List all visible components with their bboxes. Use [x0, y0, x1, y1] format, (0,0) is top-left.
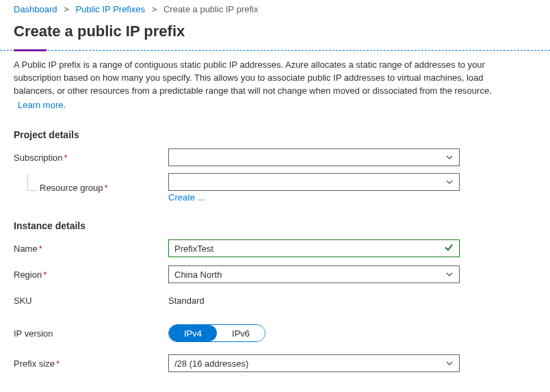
prefix-size-value: /28 (16 addresses): [174, 358, 248, 369]
breadcrumb-public-ip-prefixes[interactable]: Public IP Prefixes: [75, 4, 145, 14]
row-name: Name * PrefixTest: [14, 238, 536, 259]
page-description: A Public IP prefix is a range of contigu…: [14, 59, 520, 112]
tree-connector-icon: [27, 173, 37, 191]
region-select[interactable]: China North: [168, 265, 460, 283]
row-resource-group: Resource group * Create ...: [14, 173, 536, 202]
ip-version-ipv6[interactable]: IPv6: [217, 325, 265, 341]
ip-version-ipv4[interactable]: IPv4: [169, 325, 217, 341]
section-instance-details: Instance details: [14, 220, 536, 231]
required-marker: *: [64, 153, 68, 163]
check-icon: [444, 243, 454, 254]
breadcrumb-current: Create a public IP prefix: [163, 4, 259, 14]
sku-value: Standard: [168, 296, 205, 306]
name-input[interactable]: PrefixTest: [168, 239, 460, 257]
page-title: Create a public IP prefix: [0, 18, 550, 50]
label-name: Name *: [14, 244, 168, 254]
chevron-down-icon: [445, 270, 454, 278]
region-value: China North: [174, 270, 222, 280]
row-sku: SKU Standard: [14, 290, 536, 311]
breadcrumb-sep-icon: >: [64, 4, 69, 14]
active-tab-indicator: [14, 49, 47, 51]
section-project-details: Project details: [14, 129, 536, 140]
subscription-select[interactable]: [168, 148, 460, 166]
required-marker: *: [43, 270, 47, 280]
required-marker: *: [105, 183, 108, 193]
chevron-down-icon: [445, 178, 454, 186]
prefix-size-select[interactable]: /28 (16 addresses): [168, 354, 460, 372]
row-prefix-size: Prefix size * /28 (16 addresses): [14, 353, 536, 374]
required-marker: *: [56, 358, 60, 369]
resource-group-select[interactable]: [168, 173, 460, 191]
label-region: Region *: [14, 270, 168, 280]
ip-version-toggle: IPv4 IPv6: [168, 324, 265, 342]
breadcrumb: Dashboard > Public IP Prefixes > Create …: [0, 0, 550, 18]
learn-more-link[interactable]: Learn more.: [18, 99, 66, 112]
label-resource-group: Resource group *: [14, 183, 168, 193]
form-content: A Public IP prefix is a range of contigu…: [0, 51, 550, 392]
tab-divider: [0, 50, 550, 51]
label-ip-version: IP version: [14, 328, 168, 339]
breadcrumb-sep-icon: >: [152, 4, 157, 14]
label-prefix-size: Prefix size *: [14, 358, 168, 369]
chevron-down-icon: [445, 359, 454, 367]
row-region: Region * China North: [14, 264, 536, 285]
create-new-resource-group-link[interactable]: Create ...: [168, 192, 205, 202]
name-value: PrefixTest: [174, 244, 213, 254]
row-subscription: Subscription *: [14, 147, 536, 168]
label-sku: SKU: [14, 296, 168, 306]
row-ip-version: IP version IPv4 IPv6: [14, 323, 536, 343]
label-subscription: Subscription *: [14, 153, 168, 163]
chevron-down-icon: [445, 153, 454, 161]
required-marker: *: [39, 244, 42, 254]
breadcrumb-dashboard[interactable]: Dashboard: [14, 4, 57, 14]
